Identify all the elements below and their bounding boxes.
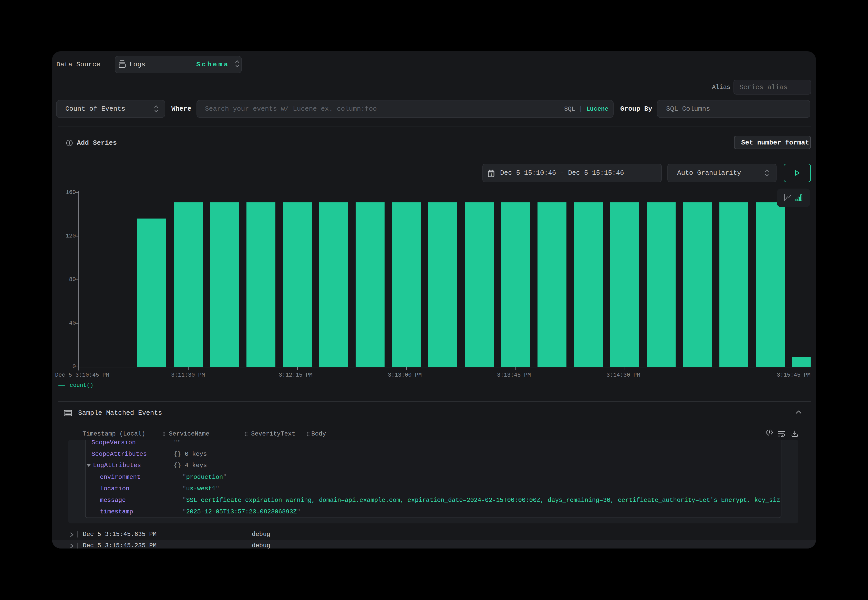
svg-text:1: 1 [490, 173, 492, 177]
